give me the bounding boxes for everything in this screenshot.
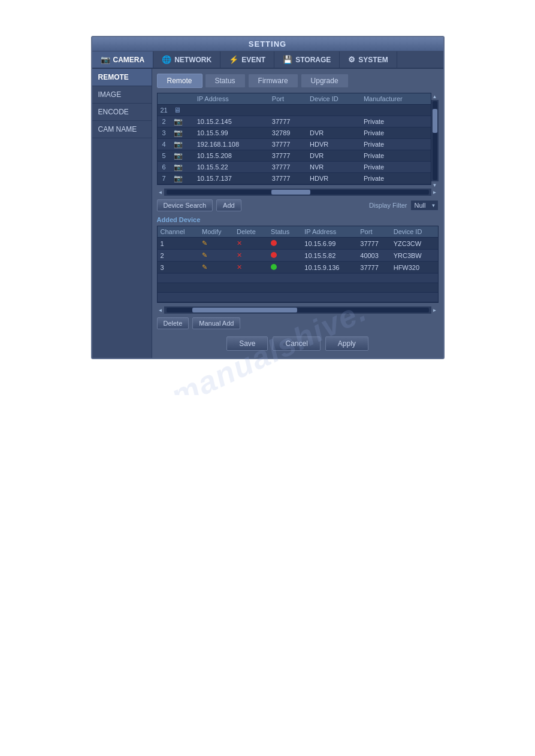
event-icon: ⚡	[229, 55, 238, 64]
sub-tab-firmware[interactable]: Firmware	[248, 74, 298, 88]
scroll-track	[433, 101, 437, 180]
nav-tab-camera[interactable]: 📷 CAMERA	[92, 51, 154, 68]
sub-tab-upgrade[interactable]: Upgrade	[301, 74, 349, 88]
table-row-empty	[158, 274, 438, 283]
sidebar-item-camname[interactable]: CAM NAME	[92, 121, 152, 138]
added-device-table-container: Channel Modify Delete Status IP Address …	[157, 226, 439, 306]
col-device-id: Device ID	[307, 93, 361, 105]
row-manufacturer: Private	[361, 139, 431, 150]
delete-button[interactable]: Delete	[157, 317, 189, 329]
added-delete[interactable]: ✕	[234, 262, 268, 274]
row-device-id	[307, 116, 361, 127]
added-modify[interactable]: ✎	[199, 262, 234, 274]
added-port: 37777	[357, 262, 390, 274]
added-device-row[interactable]: 3 ✎ ✕ 10.15.9.136 37777 HFW320	[158, 262, 438, 274]
nav-tab-network-label: NETWORK	[174, 56, 211, 64]
scroll-up-btn[interactable]: ▲	[431, 93, 439, 100]
device-table-scrollbar[interactable]: ▲ ▼	[431, 93, 439, 189]
camera-icon: 📷	[171, 150, 194, 162]
camera-icon: 📷	[171, 116, 194, 127]
added-channel: 1	[158, 238, 200, 250]
actions-row: Device Search Add Display Filter Null	[157, 199, 439, 211]
apply-button[interactable]: Apply	[325, 336, 368, 351]
hscroll-right-btn[interactable]: ►	[431, 189, 439, 196]
delete-icon[interactable]: ✕	[237, 251, 242, 259]
filter-select-wrapper[interactable]: Null	[410, 200, 439, 211]
added-table-hscrollbar[interactable]: ◄ ►	[157, 306, 439, 314]
device-search-button[interactable]: Device Search	[157, 199, 213, 211]
sub-tab-remote[interactable]: Remote	[157, 74, 202, 88]
row-device-id: HDVR	[307, 173, 361, 184]
edit-icon[interactable]: ✎	[202, 251, 207, 259]
sub-tab-status[interactable]: Status	[205, 74, 246, 88]
sidebar-item-remote[interactable]: REMOTE	[92, 69, 152, 86]
manual-add-button[interactable]: Manual Add	[192, 317, 240, 329]
nav-tab-event[interactable]: ⚡ EVENT	[220, 51, 274, 68]
added-ip: 10.15.6.99	[301, 238, 357, 250]
table-row[interactable]: 5 📷 10.15.5.208 37777 DVR Private	[158, 150, 431, 162]
add-button[interactable]: Add	[216, 199, 241, 211]
row-device-id: DVR	[307, 150, 361, 162]
delete-icon[interactable]: ✕	[237, 239, 242, 247]
row-port	[269, 105, 307, 116]
table-row[interactable]: 7 📷 10.15.7.137 37777 HDVR Private	[158, 173, 431, 184]
row-port: 37777	[269, 139, 307, 150]
added-device-row[interactable]: 2 ✎ ✕ 10.15.5.82 40003 YRC3BW	[158, 250, 438, 262]
sidebar-item-image[interactable]: IMAGE	[92, 86, 152, 104]
nav-tab-system[interactable]: ⚙ SYSTEM	[340, 51, 397, 68]
added-modify[interactable]: ✎	[199, 250, 234, 262]
row-ip: 10.15.7.137	[194, 173, 269, 184]
table-row[interactable]: 6 📷 10.15.5.22 37777 NVR Private	[158, 162, 431, 173]
camera-icon: 📷	[171, 139, 194, 150]
added-ip: 10.15.9.136	[301, 262, 357, 274]
row-ip: 10.15.5.99	[194, 127, 269, 139]
device-table-hscrollbar[interactable]: ◄ ►	[157, 189, 439, 196]
col-manufacturer: Manufacturer	[361, 93, 431, 105]
sidebar-item-encode[interactable]: ENCODE	[92, 104, 152, 121]
row-ip	[194, 105, 269, 116]
nav-tab-event-label: EVENT	[241, 56, 265, 64]
table-row-empty	[158, 293, 438, 302]
added-delete[interactable]: ✕	[234, 238, 268, 250]
save-button[interactable]: Save	[226, 336, 268, 351]
main-panel: Remote Status Firmware Upgrade	[152, 69, 443, 358]
hscroll-left-btn2[interactable]: ◄	[157, 306, 164, 314]
row-port: 32789	[269, 127, 307, 139]
row-ip: 10.15.2.145	[194, 116, 269, 127]
hscroll-right-btn2[interactable]: ►	[431, 306, 439, 314]
added-col-channel: Channel	[158, 226, 200, 238]
table-row[interactable]: 21 🖥	[158, 105, 431, 116]
delete-icon[interactable]: ✕	[237, 263, 242, 271]
table-row[interactable]: 3 📷 10.15.5.99 32789 DVR Private	[158, 127, 431, 139]
cancel-button[interactable]: Cancel	[273, 336, 320, 351]
nav-tab-storage[interactable]: 💾 STORAGE	[274, 51, 340, 68]
added-modify[interactable]: ✎	[199, 238, 234, 250]
table-row[interactable]: 2 📷 10.15.2.145 37777 Private	[158, 116, 431, 127]
display-filter-select[interactable]: Null	[410, 200, 439, 211]
row-num: 21	[158, 105, 171, 116]
nav-tab-system-label: SYSTEM	[358, 56, 388, 64]
hscroll-thumb	[271, 190, 311, 195]
hscroll-left-btn[interactable]: ◄	[157, 189, 164, 196]
edit-icon[interactable]: ✎	[202, 263, 207, 271]
hscroll-track	[167, 190, 429, 195]
row-manufacturer: Private	[361, 150, 431, 162]
row-manufacturer: Private	[361, 127, 431, 139]
added-device-row[interactable]: 1 ✎ ✕ 10.15.6.99 37777 YZC3CW	[158, 238, 438, 250]
nav-tab-camera-label: CAMERA	[113, 56, 145, 64]
network-icon: 🌐	[162, 55, 171, 64]
edit-icon[interactable]: ✎	[202, 239, 207, 247]
camera-icon: 📷	[171, 162, 194, 173]
row-num: 6	[158, 162, 171, 173]
main-nav: 📷 CAMERA 🌐 NETWORK ⚡ EVENT 💾 STORAGE ⚙	[92, 51, 443, 69]
footer-buttons: Save Cancel Apply	[157, 334, 439, 353]
added-delete[interactable]: ✕	[234, 250, 268, 262]
camera-icon: 📷	[171, 127, 194, 139]
window-title: SETTING	[249, 40, 286, 48]
row-device-id	[307, 105, 361, 116]
added-device-section-label: Added Device	[157, 216, 439, 223]
nav-tab-network[interactable]: 🌐 NETWORK	[153, 51, 220, 68]
table-row-empty	[158, 283, 438, 293]
table-row[interactable]: 4 📷 192.168.1.108 37777 HDVR Private	[158, 139, 431, 150]
scroll-down-btn[interactable]: ▼	[431, 181, 439, 189]
